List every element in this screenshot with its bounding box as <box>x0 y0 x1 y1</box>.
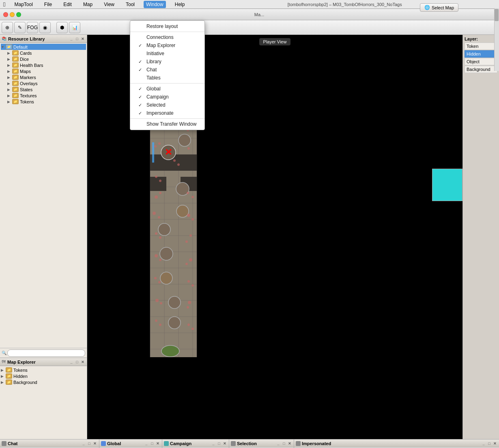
folder-icon-exp-background: 📁 <box>6 379 12 385</box>
chat-minimize[interactable]: _ <box>81 441 86 446</box>
menu-item-selected[interactable]: ✓ Selected <box>130 101 204 109</box>
global-maximize[interactable]: □ <box>150 441 155 446</box>
menu-maptool[interactable]: MapTool <box>12 1 35 8</box>
explorer-item-tokens[interactable]: ▶ 📁 Tokens <box>1 367 86 373</box>
window-menu: Restore layout Connections ✓ Map Explore… <box>130 20 205 130</box>
selection-minimize[interactable]: _ <box>276 441 281 446</box>
menu-item-tables[interactable]: Tables <box>130 74 204 82</box>
tree-item-maps[interactable]: ▶ 📁 Maps <box>7 68 86 74</box>
menu-item-map-explorer[interactable]: ✓ Map Explorer <box>130 41 204 49</box>
svg-point-60 <box>153 212 156 215</box>
svg-point-58 <box>155 195 158 199</box>
resource-library-maximize[interactable]: □ <box>75 36 80 41</box>
close-button[interactable] <box>3 12 8 17</box>
campaign-maximize[interactable]: □ <box>217 441 222 446</box>
menu-edit[interactable]: Edit <box>61 1 74 8</box>
resource-library-panel: 📚 Resource Library _ □ ✕ ▼ 📁 Default ▶ <box>0 35 87 358</box>
tree-item-dice[interactable]: ▶ 📁 Dice <box>7 56 86 62</box>
explorer-item-hidden[interactable]: ▶ 📁 Hidden <box>1 373 86 379</box>
folder-icon-exp-tokens: 📁 <box>6 367 12 373</box>
apple-menu[interactable]:  <box>3 1 5 8</box>
svg-point-57 <box>159 180 161 182</box>
toolbar-paint-btn[interactable]: ✎ <box>14 22 26 33</box>
map-explorer-maximize[interactable]: □ <box>75 360 80 364</box>
menu-window[interactable]: Window <box>144 1 166 8</box>
menu-item-global[interactable]: ✓ Global <box>130 85 204 93</box>
select-map-button[interactable]: 🌐 Select Map <box>420 3 458 12</box>
menu-item-transfer-window[interactable]: Show Transfer Window <box>130 120 204 128</box>
impersonated-maximize[interactable]: □ <box>487 441 492 446</box>
toolbar-server-btn[interactable]: ⬢ <box>56 22 68 33</box>
layer-background[interactable]: Background <box>465 66 497 73</box>
menu-map[interactable]: Map <box>81 1 95 8</box>
layer-object[interactable]: Object <box>465 58 497 65</box>
svg-point-80 <box>187 147 190 150</box>
menu-item-impersonate[interactable]: ✓ Impersonate <box>130 109 204 117</box>
menu-item-initiative[interactable]: Initiative <box>130 49 204 58</box>
global-minimize[interactable]: _ <box>144 441 149 446</box>
window-title: Ma... <box>23 12 496 17</box>
svg-point-68 <box>155 299 159 302</box>
explorer-item-background[interactable]: ▶ 📁 Background <box>1 379 86 385</box>
folder-icon-overlays: 📁 <box>12 81 19 86</box>
player-view-label: Player View <box>259 38 291 45</box>
search-icon: 🔍 <box>2 351 6 355</box>
layer-hidden[interactable]: Hidden <box>465 50 497 58</box>
svg-point-67 <box>158 281 161 283</box>
impersonated-close[interactable]: ✕ <box>493 441 497 446</box>
menu-item-chat[interactable]: ✓ Chat <box>130 66 204 74</box>
tree-item-health-bars[interactable]: ▶ 📁 Health Bars <box>7 62 86 68</box>
tree-item-states[interactable]: ▶ 📁 States <box>7 86 86 92</box>
menu-item-library[interactable]: ✓ Library <box>130 58 204 66</box>
chat-maximize[interactable]: □ <box>87 441 92 446</box>
global-close[interactable]: ✕ <box>155 441 160 446</box>
global-pane-header: Global _ □ ✕ <box>99 439 162 448</box>
tree-item-tokens[interactable]: ▶ 📁 Tokens <box>7 99 86 105</box>
folder-icon-default: 📁 <box>6 44 12 49</box>
maximize-button[interactable] <box>16 12 21 17</box>
campaign-close[interactable]: ✕ <box>222 441 227 446</box>
campaign-minimize[interactable]: _ <box>211 441 216 446</box>
folder-icon-dice: 📁 <box>12 56 19 62</box>
svg-point-71 <box>159 324 161 326</box>
tree-item-overlays[interactable]: ▶ 📁 Overlays <box>7 80 86 86</box>
svg-point-43 <box>161 345 179 357</box>
menu-tool[interactable]: Tool <box>123 1 137 8</box>
resource-tree: ▼ 📁 Default ▶ 📁 Cards ▶ 📁 Dice <box>0 43 87 348</box>
menu-item-connections[interactable]: Connections <box>130 33 204 41</box>
menu-file[interactable]: File <box>42 1 54 8</box>
svg-point-38 <box>158 223 170 236</box>
resource-library-close[interactable]: ✕ <box>80 36 85 41</box>
svg-point-81 <box>187 192 189 194</box>
tree-item-markers[interactable]: ▶ 📁 Markers <box>7 74 86 80</box>
impersonated-pane-header: Impersonated _ □ ✕ <box>294 439 499 448</box>
tree-item-cards[interactable]: ▶ 📁 Cards <box>7 50 86 56</box>
svg-point-40 <box>160 272 172 284</box>
toolbar-chart-btn[interactable]: 📊 <box>69 22 80 33</box>
search-input[interactable] <box>7 349 85 357</box>
impersonated-minimize[interactable]: _ <box>481 441 486 446</box>
resource-library-minimize[interactable]: _ <box>69 36 74 41</box>
tree-item-textures[interactable]: ▶ 📁 Textures <box>7 92 86 99</box>
chat-close[interactable]: ✕ <box>92 441 97 446</box>
tree-item-default[interactable]: ▼ 📁 Default <box>1 44 86 50</box>
svg-point-56 <box>155 176 157 178</box>
toolbar-pointer-btn[interactable]: ⊕ <box>2 22 13 33</box>
minimize-button[interactable] <box>10 12 15 17</box>
toolbar: ⊕ ✎ FOG ◉ ⬢ 📊 🌐 Select Map <box>0 20 499 35</box>
layer-label: Layer: <box>465 36 497 41</box>
menu-item-restore[interactable]: Restore layout <box>130 22 204 30</box>
menu-item-campaign[interactable]: ✓ Campaign <box>130 93 204 101</box>
map-explorer-minimize[interactable]: _ <box>69 360 74 364</box>
menu-view[interactable]: View <box>101 1 117 8</box>
selection-close[interactable]: ✕ <box>287 441 292 446</box>
svg-point-66 <box>154 277 157 279</box>
toolbar-fog-btn[interactable]: FOG <box>27 22 38 33</box>
map-explorer-close[interactable]: ✕ <box>80 360 85 364</box>
svg-point-61 <box>158 216 160 219</box>
chat-title: Chat <box>8 441 17 446</box>
toolbar-mask-btn[interactable]: ◉ <box>39 22 51 33</box>
selection-maximize[interactable]: □ <box>282 441 286 446</box>
layer-token[interactable]: Token <box>465 43 497 50</box>
menu-help[interactable]: Help <box>172 1 187 8</box>
